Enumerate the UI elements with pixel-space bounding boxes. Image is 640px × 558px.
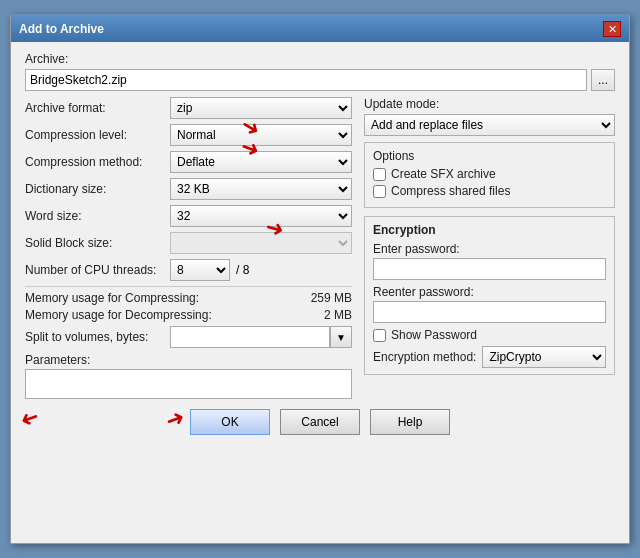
title-bar: Add to Archive ✕ — [11, 16, 629, 42]
parameters-input[interactable] — [25, 369, 352, 399]
close-button[interactable]: ✕ — [603, 21, 621, 37]
compress-shared-checkbox[interactable] — [373, 185, 386, 198]
memory-compress-row: Memory usage for Compressing: 259 MB — [25, 291, 352, 305]
create-sfx-checkbox[interactable] — [373, 168, 386, 181]
compress-shared-row: Compress shared files — [373, 184, 606, 198]
browse-button[interactable]: ... — [591, 69, 615, 91]
solid-block-label: Solid Block size: — [25, 236, 170, 250]
compression-method-control: Deflate Deflate64 BZip2 LZMA — [170, 151, 352, 173]
encryption-method-label: Encryption method: — [373, 350, 476, 364]
enter-password-input[interactable] — [373, 258, 606, 280]
add-to-archive-dialog: Add to Archive ✕ Archive: ... Archive fo… — [10, 14, 630, 544]
cpu-threads-control: 1 2 4 8 / 8 — [170, 259, 352, 281]
compression-level-row: Compression level: Store Fastest Fast No… — [25, 124, 352, 146]
archive-input[interactable] — [25, 69, 587, 91]
memory-decompress-row: Memory usage for Decompressing: 2 MB — [25, 308, 352, 322]
cpu-threads-label: Number of CPU threads: — [25, 263, 170, 277]
cpu-threads-row: Number of CPU threads: 1 2 4 8 / 8 — [25, 259, 352, 281]
word-size-select[interactable]: 8 16 32 64 128 — [170, 205, 352, 227]
split-dropdown-button[interactable]: ▼ — [330, 326, 352, 348]
dictionary-size-row: Dictionary size: 1 KB 4 KB 16 KB 32 KB 6… — [25, 178, 352, 200]
word-size-row: Word size: 8 16 32 64 128 — [25, 205, 352, 227]
main-columns: Archive format: zip 7z tar gz Compressio… — [25, 97, 615, 399]
update-mode-label: Update mode: — [364, 97, 615, 111]
left-column: Archive format: zip 7z tar gz Compressio… — [25, 97, 352, 399]
encryption-method-row: Encryption method: ZipCrypto AES-256 — [373, 346, 606, 368]
dictionary-size-select[interactable]: 1 KB 4 KB 16 KB 32 KB 64 KB — [170, 178, 352, 200]
options-title: Options — [373, 149, 606, 163]
create-sfx-row: Create SFX archive — [373, 167, 606, 181]
compression-method-label: Compression method: — [25, 155, 170, 169]
dialog-title: Add to Archive — [19, 22, 104, 36]
archive-format-row: Archive format: zip 7z tar gz — [25, 97, 352, 119]
reenter-password-label: Reenter password: — [373, 285, 606, 299]
enter-password-label: Enter password: — [373, 242, 606, 256]
compression-level-label: Compression level: — [25, 128, 170, 142]
cpu-threads-select[interactable]: 1 2 4 8 — [170, 259, 230, 281]
split-label: Split to volumes, bytes: — [25, 330, 170, 344]
cancel-button[interactable]: Cancel — [280, 409, 360, 435]
split-input[interactable] — [170, 326, 330, 348]
compression-method-select[interactable]: Deflate Deflate64 BZip2 LZMA — [170, 151, 352, 173]
parameters-label: Parameters: — [25, 353, 90, 367]
button-row: OK Cancel Help — [25, 409, 615, 445]
ok-button[interactable]: OK — [190, 409, 270, 435]
create-sfx-label[interactable]: Create SFX archive — [391, 167, 496, 181]
memory-decompress-label: Memory usage for Decompressing: — [25, 308, 292, 322]
compression-method-row: Compression method: Deflate Deflate64 BZ… — [25, 151, 352, 173]
split-row: Split to volumes, bytes: ▼ — [25, 326, 352, 348]
update-mode-select[interactable]: Add and replace files Update and add fil… — [364, 114, 615, 136]
memory-compress-value: 259 MB — [292, 291, 352, 305]
archive-format-label: Archive format: — [25, 101, 170, 115]
word-size-control: 8 16 32 64 128 — [170, 205, 352, 227]
solid-block-control — [170, 232, 352, 254]
memory-decompress-value: 2 MB — [292, 308, 352, 322]
archive-format-control: zip 7z tar gz — [170, 97, 352, 119]
encryption-method-select[interactable]: ZipCrypto AES-256 — [482, 346, 606, 368]
archive-row: ... — [25, 69, 615, 91]
solid-block-row: Solid Block size: — [25, 232, 352, 254]
compression-level-select[interactable]: Store Fastest Fast Normal Maximum Ultra — [170, 124, 352, 146]
reenter-password-input[interactable] — [373, 301, 606, 323]
dictionary-size-label: Dictionary size: — [25, 182, 170, 196]
show-password-checkbox[interactable] — [373, 329, 386, 342]
show-password-row: Show Password — [373, 328, 606, 342]
parameters-section: Parameters: — [25, 353, 352, 399]
right-column: Update mode: Add and replace files Updat… — [364, 97, 615, 399]
compression-level-control: Store Fastest Fast Normal Maximum Ultra — [170, 124, 352, 146]
archive-label: Archive: — [25, 52, 615, 66]
archive-format-select[interactable]: zip 7z tar gz — [170, 97, 352, 119]
encryption-title: Encryption — [373, 223, 606, 237]
show-password-label[interactable]: Show Password — [391, 328, 477, 342]
compress-shared-label[interactable]: Compress shared files — [391, 184, 510, 198]
memory-compress-label: Memory usage for Compressing: — [25, 291, 292, 305]
solid-block-select[interactable] — [170, 232, 352, 254]
dialog-body: Archive: ... Archive format: zip 7z tar … — [11, 42, 629, 455]
encryption-group: Encryption Enter password: Reenter passw… — [364, 216, 615, 375]
dictionary-size-control: 1 KB 4 KB 16 KB 32 KB 64 KB — [170, 178, 352, 200]
help-button[interactable]: Help — [370, 409, 450, 435]
options-group: Options Create SFX archive Compress shar… — [364, 142, 615, 208]
word-size-label: Word size: — [25, 209, 170, 223]
cpu-threads-suffix: / 8 — [236, 263, 249, 277]
